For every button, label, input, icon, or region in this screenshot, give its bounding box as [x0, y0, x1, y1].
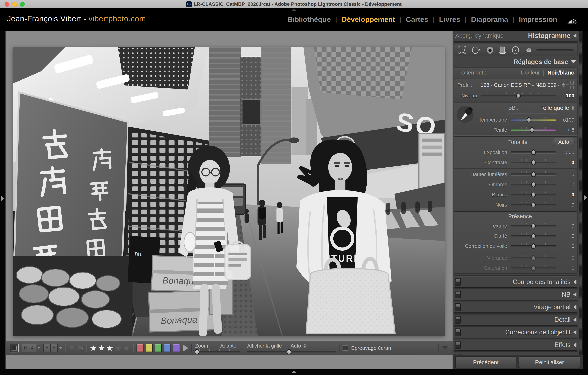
left-panel-reveal-arrow[interactable] — [1, 196, 4, 201]
zoom-slider[interactable] — [195, 350, 241, 353]
exposure-slider[interactable] — [511, 149, 556, 156]
basic-panel-expand-icon[interactable] — [571, 60, 576, 63]
compare-view-button[interactable]: R A — [22, 344, 36, 353]
panel-scrollbar-thumb[interactable] — [579, 31, 582, 369]
reset-button[interactable]: Réinitialiser — [519, 356, 580, 368]
temperature-value[interactable]: 6100 — [556, 117, 574, 123]
panel-toggle-switch[interactable] — [455, 291, 461, 298]
previous-button[interactable]: Précédent — [455, 356, 516, 368]
exposure-slider-thumb[interactable] — [530, 149, 537, 156]
adjustment-brush-icon[interactable] — [525, 46, 533, 55]
exposure-value[interactable]: 0,00 — [556, 150, 574, 155]
star-5-icon[interactable]: ★ — [123, 344, 130, 352]
texture-slider[interactable] — [511, 222, 556, 229]
color-label-purple[interactable] — [173, 344, 180, 352]
tint-value[interactable]: + 6 — [556, 127, 574, 133]
zoom-window-button[interactable] — [20, 2, 25, 7]
clarity-value[interactable]: 0 — [556, 233, 574, 239]
photo-viewer[interactable]: SO SOGO — [13, 47, 445, 336]
profile-value[interactable]: 128 - Canon EOS RP - N&B 009 - — [481, 82, 559, 88]
crop-overlay-icon[interactable] — [458, 46, 467, 55]
star-4-icon[interactable]: ★ — [115, 344, 122, 352]
expand-icon[interactable] — [573, 317, 577, 322]
grid-size-slider[interactable] — [247, 350, 336, 353]
tab-bibliotheque[interactable]: Bibliothèque — [283, 15, 335, 24]
panel-detail[interactable]: Détail — [452, 315, 579, 324]
grid-slider-thumb[interactable] — [286, 349, 293, 355]
filmstrip-reveal-arrow[interactable] — [291, 371, 297, 373]
grid-mode-steppers[interactable] — [304, 344, 306, 348]
expand-icon[interactable] — [573, 343, 577, 347]
graduated-filter-icon[interactable] — [499, 46, 506, 55]
panel-toggle-switch[interactable] — [455, 303, 461, 311]
panel-tone-curve[interactable]: Courbe des tonalités — [452, 277, 579, 286]
panel-transform[interactable]: Transformation — [452, 353, 579, 355]
amount-slider[interactable] — [481, 92, 556, 99]
expand-icon[interactable] — [573, 280, 577, 284]
texture-value[interactable]: 0 — [556, 223, 574, 229]
minimize-window-button[interactable] — [12, 2, 17, 7]
shadows-slider[interactable] — [511, 181, 556, 188]
clarity-slider[interactable] — [511, 233, 556, 239]
tab-diaporama[interactable]: Diaporama — [466, 15, 513, 24]
saturation-slider[interactable] — [511, 265, 556, 272]
panel-toggle-switch[interactable] — [455, 316, 461, 324]
amount-value[interactable]: 100 — [556, 93, 574, 99]
fit-label[interactable]: Adapter — [220, 343, 238, 349]
panel-toggle-switch[interactable] — [455, 328, 461, 336]
tab-cartes[interactable]: Cartes — [401, 15, 433, 24]
panel-toggle-switch[interactable] — [455, 341, 461, 349]
soft-proof-checkbox[interactable] — [343, 345, 348, 351]
spot-removal-icon[interactable] — [472, 46, 481, 54]
radial-filter-icon[interactable] — [511, 46, 520, 55]
histogram-panel-header[interactable]: Aperçu dynamique Histogramme — [452, 31, 579, 40]
right-panel-collapse-arrow[interactable] — [584, 195, 587, 201]
temperature-slider[interactable] — [511, 116, 556, 123]
saturation-value[interactable]: 0 — [556, 265, 574, 271]
treatment-color-option[interactable]: Couleur — [521, 70, 540, 76]
star-1-icon[interactable]: ★ — [90, 344, 97, 352]
reject-flag-icon[interactable]: ⚑x — [77, 345, 83, 351]
close-window-button[interactable] — [5, 2, 9, 7]
highlights-value[interactable]: 0 — [556, 172, 574, 177]
expand-icon[interactable] — [573, 305, 577, 310]
tone-auto-button[interactable]: Auto — [553, 138, 574, 146]
color-label-yellow[interactable] — [146, 344, 153, 352]
owner-site[interactable]: vibertphoto.com — [89, 14, 146, 23]
contrast-slider[interactable] — [511, 159, 556, 166]
color-label-red[interactable] — [136, 344, 144, 352]
before-after-button[interactable]: Y Y — [43, 344, 58, 353]
expand-icon[interactable] — [573, 330, 577, 335]
grid-mode-select[interactable]: Auto — [291, 343, 306, 349]
panel-split-toning[interactable]: Virage partiel — [452, 303, 579, 312]
profile-browser-icon[interactable] — [566, 81, 574, 89]
zoom-label[interactable]: Zoom — [195, 343, 208, 349]
window-controls[interactable] — [5, 2, 25, 7]
shadows-value[interactable]: 0 — [556, 182, 574, 187]
profile-steppers[interactable] — [562, 83, 565, 87]
treatment-bw-option[interactable]: Noir/blanc — [547, 70, 574, 76]
dehaze-slider[interactable] — [511, 243, 556, 250]
wb-steppers[interactable] — [572, 106, 574, 110]
vibrance-slider[interactable] — [511, 254, 556, 262]
whites-value[interactable]: 0 — [556, 192, 574, 198]
slideshow-play-icon[interactable] — [183, 345, 188, 352]
white-balance-eyedropper[interactable] — [457, 105, 473, 126]
panel-scrollbar[interactable] — [579, 31, 583, 369]
histogram-collapse-icon[interactable] — [573, 33, 577, 38]
contrast-value[interactable]: 0 — [556, 160, 574, 165]
blacks-value[interactable]: 0 — [556, 202, 574, 208]
tab-impression[interactable]: Impression — [514, 15, 562, 24]
red-eye-icon[interactable] — [486, 46, 494, 54]
color-label-blue[interactable] — [164, 344, 171, 352]
tab-livres[interactable]: Livres — [434, 15, 465, 24]
blacks-slider[interactable] — [511, 201, 556, 208]
panel-toggle-switch[interactable] — [455, 278, 461, 286]
highlights-slider[interactable] — [511, 171, 556, 178]
dehaze-value[interactable]: 0 — [556, 243, 574, 249]
tab-developpement[interactable]: Développement — [337, 15, 399, 24]
pick-flag-icon[interactable]: ⚑ — [69, 345, 74, 351]
sync-status-icon[interactable]: ☁ ! — [567, 15, 580, 25]
basic-panel-header[interactable]: Réglages de base — [452, 57, 579, 66]
compare-options-caret[interactable] — [37, 347, 40, 349]
